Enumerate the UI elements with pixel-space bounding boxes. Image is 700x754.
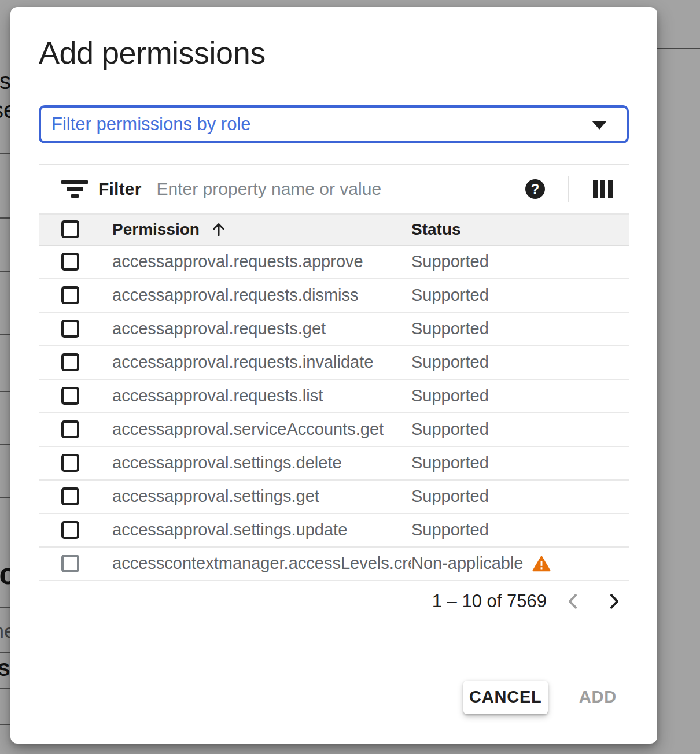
table-row: accessapproval.settings.update Supported: [39, 514, 629, 548]
select-all-checkbox[interactable]: [61, 220, 79, 238]
sort-ascending-icon[interactable]: [210, 221, 227, 238]
row-checkbox[interactable]: [61, 286, 79, 304]
permission-name: accessapproval.requests.dismiss: [112, 286, 359, 305]
column-header-status: Status: [411, 220, 461, 239]
permission-status: Supported: [411, 520, 489, 539]
table-row: accessapproval.requests.list Supported: [39, 380, 629, 413]
permission-status: Supported: [411, 386, 489, 405]
cancel-button[interactable]: CANCEL: [463, 681, 548, 714]
permission-name: accessapproval.requests.invalidate: [112, 353, 373, 372]
row-checkbox[interactable]: [61, 320, 79, 338]
pagination-range-label: 1 – 10 of 7569: [432, 591, 547, 612]
role-filter-select[interactable]: Filter permissions by role: [39, 105, 629, 143]
table-row: accessapproval.requests.dismiss Supporte…: [39, 279, 629, 313]
add-permissions-dialog: Add permissions Filter permissions by ro…: [10, 7, 657, 744]
help-icon[interactable]: ?: [525, 179, 545, 199]
chevron-down-icon: [592, 121, 607, 130]
permission-status: Supported: [411, 286, 489, 305]
permission-name: accessapproval.requests.approve: [112, 252, 363, 271]
permission-status: Supported: [411, 252, 489, 271]
permission-name: accessapproval.settings.update: [112, 520, 347, 539]
table-header-row: Permission Status: [39, 213, 629, 246]
toolbar-divider: [568, 176, 569, 202]
permission-name: accessapproval.requests.list: [112, 386, 323, 405]
row-checkbox[interactable]: [61, 521, 79, 539]
permission-status: Supported: [411, 487, 489, 506]
permission-name: accessapproval.settings.get: [112, 487, 319, 506]
table-filter-toolbar: Filter ?: [39, 164, 629, 213]
dialog-actions: CANCEL ADD: [39, 681, 629, 714]
row-checkbox[interactable]: [61, 420, 79, 438]
row-checkbox[interactable]: [61, 387, 79, 405]
table-row: accesscontextmanager.accessLevels.create…: [39, 548, 629, 581]
pagination-bar: 1 – 10 of 7569: [39, 581, 629, 622]
filter-label: Filter: [98, 179, 142, 199]
warning-icon: [532, 556, 551, 572]
table-row: accessapproval.requests.invalidate Suppo…: [39, 346, 629, 380]
table-row: accessapproval.requests.approve Supporte…: [39, 246, 629, 279]
next-page-button[interactable]: [605, 592, 623, 611]
table-row: accessapproval.settings.delete Supported: [39, 447, 629, 481]
permission-status: Supported: [411, 319, 489, 338]
row-checkbox[interactable]: [61, 253, 79, 271]
row-checkbox[interactable]: [61, 353, 79, 371]
permission-name: accesscontextmanager.accessLevels.create: [112, 554, 411, 573]
permissions-table-card: Filter ? Permission Status accessapprova…: [39, 164, 629, 622]
previous-page-button[interactable]: [564, 592, 583, 611]
table-row: accessapproval.serviceAccounts.get Suppo…: [39, 413, 629, 447]
column-header-permission[interactable]: Permission: [112, 220, 200, 239]
row-checkbox[interactable]: [61, 555, 79, 572]
table-row: accessapproval.requests.get Supported: [39, 313, 629, 346]
row-checkbox[interactable]: [61, 454, 79, 472]
add-button[interactable]: ADD: [571, 688, 625, 707]
role-filter-value: Filter permissions by role: [51, 114, 251, 135]
permission-status: Non-applicable: [411, 554, 523, 573]
permission-status: Supported: [411, 353, 489, 372]
filter-input[interactable]: [157, 179, 525, 199]
permission-status: Supported: [411, 453, 489, 472]
filter-icon: [61, 180, 88, 198]
permission-name: accessapproval.requests.get: [112, 319, 326, 338]
dialog-title: Add permissions: [39, 7, 629, 72]
table-row: accessapproval.settings.get Supported: [39, 481, 629, 514]
permission-name: accessapproval.settings.delete: [112, 453, 342, 472]
permission-status: Supported: [411, 420, 489, 439]
column-display-options-icon[interactable]: [593, 180, 613, 198]
row-checkbox[interactable]: [61, 487, 79, 505]
permission-name: accessapproval.serviceAccounts.get: [112, 420, 384, 439]
